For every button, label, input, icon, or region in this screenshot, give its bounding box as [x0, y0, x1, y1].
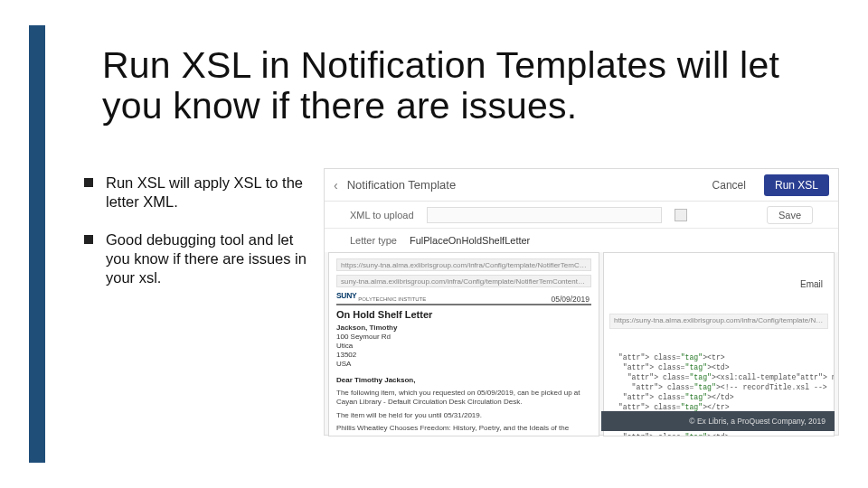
letter-address: Jackson, Timothy 100 Seymour Rd Utica 13…: [336, 324, 591, 369]
preview-window-title: https://suny-tna.alma.exlibrisgroup.com/…: [341, 261, 587, 269]
letter-date: 05/09/2019: [551, 295, 590, 304]
upload-label: XML to upload: [350, 210, 414, 221]
source-address-bar: https://suny-tna.alma.exlibrisgroup.com/…: [609, 314, 828, 329]
screenshot-footer: © Ex Libris, a ProQuest Company, 2019: [601, 411, 835, 431]
letter-body: Phillis Wheatley Chooses Freedom: Histor…: [336, 424, 591, 436]
letter-salutation: Dear Timothy Jackson,: [336, 376, 591, 385]
embedded-screenshot: ‹ Notification Template Cancel Run XSL X…: [324, 168, 839, 436]
preview-panel: https://suny-tna.alma.exlibrisgroup.com/…: [328, 252, 599, 436]
screenshot-header: ‹ Notification Template Cancel Run XSL: [325, 169, 838, 202]
cancel-button[interactable]: Cancel: [703, 175, 755, 195]
letter-heading: On Hold Shelf Letter: [336, 309, 591, 320]
upload-field[interactable]: [427, 207, 662, 223]
bullet-icon: [84, 235, 93, 244]
bullet-list: Run XSL will apply XSL to the letter XML…: [84, 174, 310, 306]
bullet-text: Good debugging tool and let you know if …: [106, 230, 310, 286]
breadcrumb: Notification Template: [347, 178, 456, 192]
folder-icon[interactable]: [675, 209, 687, 221]
save-button[interactable]: Save: [767, 206, 813, 224]
upload-row: XML to upload Save: [325, 202, 838, 229]
xsl-source-panel: Email https://suny-tna.alma.exlibrisgrou…: [603, 252, 835, 436]
slide-title: Run XSL in Notification Templates will l…: [102, 45, 844, 127]
accent-bar: [29, 25, 45, 463]
lettertype-value: FulPlaceOnHoldShelfLetter: [410, 235, 530, 246]
preview-address-bar: suny-tna.alma.exlibrisgroup.com/infra/Co…: [341, 277, 587, 286]
run-xsl-button[interactable]: Run XSL: [764, 174, 829, 196]
lettertype-label: Letter type: [350, 235, 397, 246]
email-label: Email: [609, 278, 828, 291]
letter-body: The item will be held for you until 05/3…: [336, 411, 591, 420]
bullet-icon: [84, 178, 93, 187]
list-item: Run XSL will apply XSL to the letter XML…: [84, 174, 310, 211]
letter-body: The following item, which you requested …: [336, 389, 591, 408]
lettertype-row: Letter type FulPlaceOnHoldShelfLetter: [325, 229, 838, 252]
suny-logo: SUNY POLYTECHNIC INSTITUTE: [336, 291, 426, 300]
back-arrow-icon[interactable]: ‹: [334, 178, 338, 192]
list-item: Good debugging tool and let you know if …: [84, 230, 310, 286]
bullet-text: Run XSL will apply XSL to the letter XML…: [106, 174, 310, 211]
